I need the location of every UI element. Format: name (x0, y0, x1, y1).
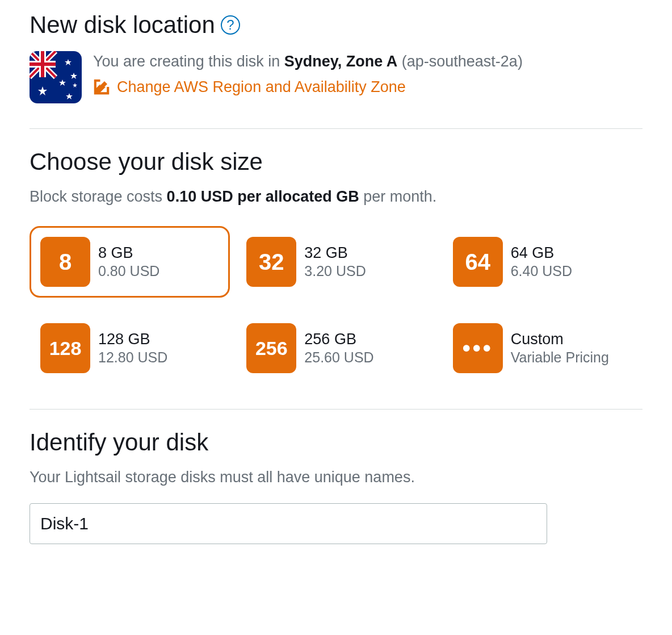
size-title: 128 GB (98, 331, 167, 348)
ellipsis-icon: ••• (453, 323, 503, 373)
size-label: Custom Variable Pricing (511, 331, 609, 366)
size-badge: 8 (40, 237, 90, 287)
divider (30, 409, 642, 410)
help-icon[interactable]: ? (221, 15, 240, 35)
location-creating-prefix: You are creating this disk in (93, 53, 284, 70)
disk-size-description: Block storage costs 0.10 USD per allocat… (30, 188, 642, 206)
size-badge: 256 (246, 323, 296, 373)
disk-size-option-8[interactable]: 8 8 GB 0.80 USD (30, 226, 230, 298)
size-title: 64 GB (511, 244, 572, 262)
location-region-code: (ap-southeast-2a) (402, 53, 523, 70)
size-label: 64 GB 6.40 USD (511, 244, 572, 279)
disk-size-grid: 8 8 GB 0.80 USD 32 32 GB 3.20 USD 64 64 … (30, 226, 642, 384)
size-title: Custom (511, 331, 609, 348)
size-badge: 64 (453, 237, 503, 287)
divider (30, 128, 642, 129)
size-label: 256 GB 25.60 USD (304, 331, 373, 366)
location-heading-text: New disk location (30, 11, 215, 39)
size-title: 256 GB (304, 331, 373, 348)
disk-size-heading-text: Choose your disk size (30, 148, 263, 176)
size-title: 8 GB (98, 244, 159, 262)
location-row: You are creating this disk in Sydney, Zo… (30, 51, 642, 103)
identify-description: Your Lightsail storage disks must all ha… (30, 469, 642, 486)
location-region-zone: Sydney, Zone A (284, 53, 398, 70)
disk-size-desc-bold: 0.10 USD per allocated GB (167, 188, 359, 205)
size-label: 8 GB 0.80 USD (98, 244, 159, 279)
size-title: 32 GB (304, 244, 366, 262)
change-region-label: Change AWS Region and Availability Zone (117, 78, 406, 96)
disk-size-option-256[interactable]: 256 256 GB 25.60 USD (236, 312, 436, 384)
disk-size-option-32[interactable]: 32 32 GB 3.20 USD (236, 226, 436, 298)
disk-size-option-128[interactable]: 128 128 GB 12.80 USD (30, 312, 230, 384)
location-description: You are creating this disk in Sydney, Zo… (93, 51, 523, 73)
location-info: You are creating this disk in Sydney, Zo… (93, 51, 523, 96)
identify-heading: Identify your disk (30, 429, 642, 456)
disk-size-heading: Choose your disk size (30, 148, 642, 176)
disk-size-option-custom[interactable]: ••• Custom Variable Pricing (442, 312, 642, 384)
size-badge: 128 (40, 323, 90, 373)
edit-pencil-icon (93, 78, 110, 95)
size-label: 128 GB 12.80 USD (98, 331, 167, 366)
size-price: 12.80 USD (98, 349, 167, 366)
disk-size-option-64[interactable]: 64 64 GB 6.40 USD (442, 226, 642, 298)
size-badge: 32 (246, 237, 296, 287)
disk-size-desc-suffix: per month. (359, 188, 437, 205)
size-label: 32 GB 3.20 USD (304, 244, 366, 279)
identify-heading-text: Identify your disk (30, 429, 208, 456)
size-price: Variable Pricing (511, 349, 609, 366)
disk-size-desc-prefix: Block storage costs (30, 188, 167, 205)
disk-name-input[interactable] (30, 503, 547, 544)
size-price: 25.60 USD (304, 349, 373, 366)
size-price: 6.40 USD (511, 263, 572, 279)
change-region-link[interactable]: Change AWS Region and Availability Zone (93, 78, 523, 96)
size-price: 3.20 USD (304, 263, 366, 279)
region-flag-icon (30, 51, 82, 103)
size-price: 0.80 USD (98, 263, 159, 279)
location-heading: New disk location ? (30, 11, 642, 39)
